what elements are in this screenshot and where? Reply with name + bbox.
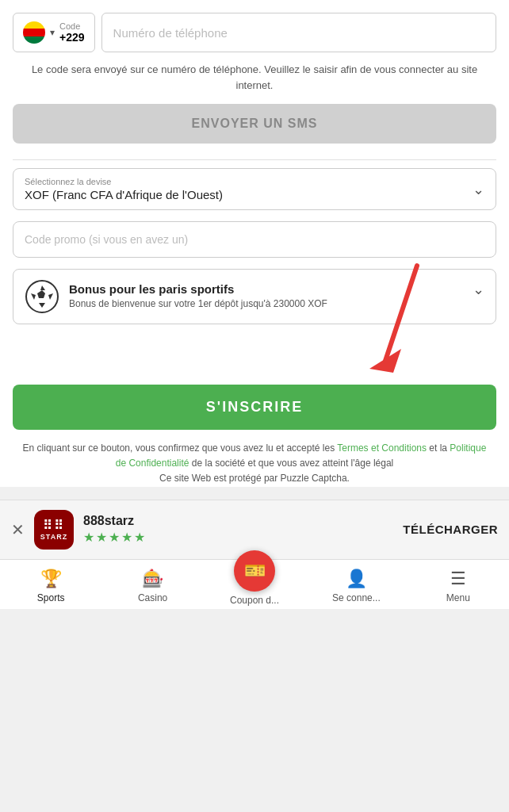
bottom-navigation: 🏆 Sports 🎰 Casino 🎫 Coupon d... 👤 Se con… — [0, 559, 509, 609]
casino-icon: 🎰 — [142, 569, 163, 589]
currency-label: Sélectionnez la devise — [25, 177, 223, 186]
app-icon: ⠿⠿ STARZ — [34, 510, 74, 550]
banner-close-button[interactable]: ✕ — [11, 520, 25, 539]
star-5-half: ★ — [134, 530, 145, 545]
menu-label: Menu — [446, 592, 470, 603]
star-1: ★ — [83, 530, 94, 545]
bonus-box[interactable]: Bonus pour les paris sportifs Bonus de b… — [13, 269, 496, 324]
svg-marker-7 — [369, 349, 401, 373]
country-selector[interactable]: ▾ Code +229 — [13, 13, 95, 52]
bonus-desc: Bonus de bienvenue sur votre 1er dépôt j… — [69, 297, 463, 311]
sms-info-text: Le code sera envoyé sur ce numéro de tél… — [13, 62, 496, 93]
benin-flag — [23, 21, 45, 44]
nav-menu[interactable]: ☰ Menu — [408, 569, 509, 603]
country-code-block: Code +229 — [59, 21, 85, 44]
code-value: +229 — [59, 31, 85, 44]
menu-icon: ☰ — [450, 569, 466, 589]
divider — [13, 159, 496, 160]
promo-code-input[interactable] — [13, 221, 496, 258]
register-button[interactable]: S'INSCRIRE — [13, 385, 496, 430]
nav-sports[interactable]: 🏆 Sports — [0, 569, 101, 603]
app-info: 888starz ★ ★ ★ ★ ★ — [83, 514, 393, 545]
bonus-title: Bonus pour les paris sportifs — [69, 282, 463, 296]
bonus-chevron-icon: ⌄ — [473, 281, 484, 298]
star-3: ★ — [109, 530, 120, 545]
nav-coupon[interactable]: 🎫 Coupon d... — [204, 566, 305, 606]
send-sms-button[interactable]: ENVOYER UN SMS — [13, 104, 496, 144]
user-icon: 👤 — [346, 569, 367, 589]
nav-login[interactable]: 👤 Se conne... — [305, 569, 407, 603]
phone-number-input[interactable] — [101, 13, 496, 52]
download-button[interactable]: TÉLÉCHARGER — [403, 523, 498, 536]
currency-value: XOF (Franc CFA d'Afrique de l'Ouest) — [25, 188, 223, 201]
coupon-icon: 🎫 — [244, 561, 266, 581]
app-icon-bottom: STARZ — [40, 533, 67, 541]
phone-input-row: ▾ Code +229 — [13, 13, 496, 52]
star-2: ★ — [96, 530, 107, 545]
terms-link[interactable]: Termes et Conditions — [337, 442, 427, 454]
bonus-text: Bonus pour les paris sportifs Bonus de b… — [69, 282, 463, 311]
currency-chevron-icon: ⌄ — [473, 181, 484, 198]
app-rating: ★ ★ ★ ★ ★ — [83, 530, 393, 545]
app-icon-top: ⠿⠿ — [43, 518, 65, 533]
login-label: Se conne... — [332, 592, 381, 603]
nav-casino[interactable]: 🎰 Casino — [101, 569, 203, 603]
casino-label: Casino — [138, 592, 167, 603]
sports-label: Sports — [37, 592, 65, 603]
currency-selector[interactable]: Sélectionnez la devise XOF (Franc CFA d'… — [13, 168, 496, 210]
coupon-circle: 🎫 — [234, 550, 275, 592]
legal-text: En cliquant sur ce bouton, vous confirme… — [13, 441, 496, 487]
arrow-container — [13, 337, 496, 385]
code-label: Code — [59, 21, 85, 31]
trophy-icon: 🏆 — [40, 569, 62, 589]
star-4: ★ — [121, 530, 132, 545]
currency-info: Sélectionnez la devise XOF (Franc CFA d'… — [25, 177, 223, 201]
app-name: 888starz — [83, 514, 393, 528]
soccer-ball-icon — [25, 279, 59, 314]
coupon-label: Coupon d... — [230, 595, 279, 606]
country-chevron-icon: ▾ — [50, 27, 55, 38]
